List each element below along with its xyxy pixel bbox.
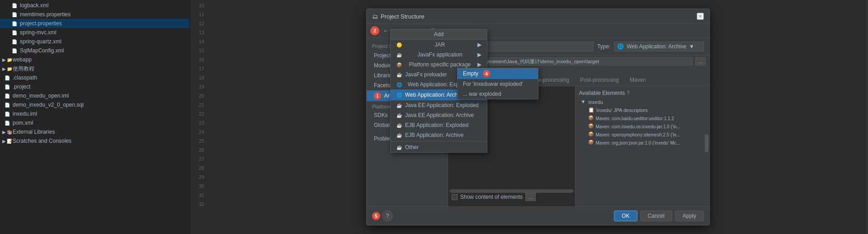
xml-icon: 📄 <box>11 2 18 9</box>
file-label: demo_inxedu_v2_0_open.sql <box>13 102 84 108</box>
list-item[interactable]: 📄 inxedu.iml <box>0 109 189 118</box>
menu-item-jar[interactable]: 🟡 JAR ▶ <box>391 40 487 50</box>
tree-node[interactable]: 📦 Maven: com.inxedu.os:inxedu-jar:1.0 ('… <box>579 122 706 131</box>
file-tree-content: 📄 logback.xml 📄 memtimes.properties 📄 pr… <box>0 0 189 234</box>
ok-button[interactable]: OK <box>614 211 637 221</box>
list-item[interactable]: 📄 .classpath <box>0 73 189 82</box>
xml-icon: 📄 <box>11 29 18 36</box>
file-label: spring-mvc.xml <box>20 29 57 36</box>
menu-item-javaee-archive[interactable]: ☕ Java EE Application: Archive <box>391 110 487 120</box>
menu-label: JavaFx preloader <box>405 71 447 78</box>
list-item[interactable]: 📄 logback.xml <box>0 1 189 10</box>
maven-icon: 📦 <box>588 115 594 122</box>
node-label: Maven: opensymphony:sitemesh:2.5 ('in... <box>596 132 680 137</box>
menu-item-ejb-exploded[interactable]: ☕ EJB Application: Exploded <box>391 120 487 130</box>
list-item[interactable]: 📄 demo_inxedu_open.iml <box>0 91 189 100</box>
dialog-titlebar: 🗂 Project Structure × <box>367 9 709 24</box>
tree-node[interactable]: 📦 Maven: opensymphony:sitemesh:2.5 ('in.… <box>579 131 706 139</box>
submenu-item-war-exploded[interactable]: ... war exploded <box>458 89 538 99</box>
list-item[interactable]: ▶ 📁 webapp <box>0 55 189 64</box>
list-item[interactable]: ▶ 📚 External Libraries <box>0 127 189 136</box>
help-button[interactable]: ? <box>382 211 393 221</box>
webapp-exploded-icon: 🌐 <box>396 81 402 88</box>
folder-icon: ▶ 📁 <box>4 65 11 72</box>
other-icon: ☕ <box>396 144 402 150</box>
menu-label: Other <box>405 144 419 150</box>
file-label: 使用教程 <box>13 65 34 73</box>
menu-item-ejb-archive[interactable]: ☕ EJB Application: Archive <box>391 130 487 140</box>
structure-icon: 🗂 <box>372 13 378 20</box>
props-icon: 📄 <box>11 20 18 27</box>
tab-postprocessing[interactable]: Post-processing <box>575 75 624 86</box>
help-icon: ? <box>627 90 630 96</box>
list-item[interactable]: 📄 SqlMapConfig.xml <box>0 46 189 55</box>
output-path-input[interactable] <box>458 57 693 66</box>
cancel-button[interactable]: Cancel <box>640 211 672 221</box>
tree-node[interactable]: 📦 Maven: com.baidu.ueditor:ueditor:1.1.2 <box>579 114 706 122</box>
menu-item-javaee-exploded[interactable]: ☕ Java EE Application: Exploded <box>391 100 487 110</box>
menu-label: Web Application: Archive <box>405 92 465 98</box>
xml-icon: 📄 <box>4 119 11 126</box>
project-structure-dialog: 🗂 Project Structure × 2 ← → + − ⎘ Projec… <box>366 9 710 225</box>
apply-button[interactable]: Apply <box>675 211 704 221</box>
list-item[interactable]: 📄 memtimes.properties <box>0 10 189 19</box>
list-item[interactable]: 📄 pom.xml <box>0 118 189 127</box>
list-item[interactable]: ▶ 📁 使用教程 <box>0 64 189 73</box>
file-label: External Libraries <box>13 129 55 135</box>
available-elements-panel: Available Elements ? ▼ inxedu 📋 'inxedu'… <box>575 86 710 206</box>
badge-5: 5 <box>372 212 380 220</box>
javafx-icon: ☕ <box>396 51 402 58</box>
tree-node[interactable]: 📋 'inxedu' JPA descriptors <box>579 106 706 114</box>
badge-2: 2 <box>370 26 379 35</box>
jpa-icon: 📋 <box>588 107 594 113</box>
inxeduwar-label: For 'inxeduwar exploded' <box>463 81 523 87</box>
submenu-item-empty[interactable]: Empty 4 <box>458 68 538 79</box>
file-label: logback.xml <box>20 2 48 9</box>
list-item[interactable]: 📄 .project <box>0 82 189 91</box>
maven-icon: 📦 <box>588 131 594 138</box>
dropdown-arrow: ▼ <box>689 43 694 50</box>
tree-node[interactable]: 📦 Maven: org.json:json.jar:1.0 ('inxedu'… <box>579 139 706 147</box>
available-header: Available Elements ? <box>579 90 706 96</box>
show-content-options-button[interactable]: ... <box>525 193 536 201</box>
file-label: project.properties <box>20 20 62 27</box>
back-button[interactable]: ← <box>381 26 391 36</box>
dialog-title-text: Project Structure <box>381 13 425 20</box>
list-item[interactable]: 📄 project.properties <box>0 19 189 28</box>
main-area: 🗂 Project Structure × 2 ← → + − ⎘ Projec… <box>208 0 868 234</box>
jar-icon: 🟡 <box>396 42 402 48</box>
file-label: inxedu.iml <box>13 111 37 117</box>
dialog-footer: 5 ? OK Cancel Apply <box>367 206 709 225</box>
list-item[interactable]: 📄 spring-mvc.xml <box>0 28 189 37</box>
props-icon: 📄 <box>11 11 18 18</box>
browse-button[interactable]: ... <box>695 57 706 66</box>
badge-4: 4 <box>483 70 490 77</box>
submenu-arrow: ▶ <box>477 42 481 48</box>
list-item[interactable]: 📄 spring-quartz.xml <box>0 37 189 46</box>
show-content-checkbox[interactable] <box>452 194 458 200</box>
ejb-exploded-icon: ☕ <box>396 122 402 128</box>
tab-maven[interactable]: Maven <box>624 75 651 86</box>
scratches-item[interactable]: ▶ 📝 Scratches and Consoles <box>0 136 189 145</box>
empty-label: Empty <box>463 70 478 77</box>
add-menu-header: Add <box>391 29 487 40</box>
right-edge-scrollbar <box>866 0 868 234</box>
type-dropdown[interactable]: 🌐 Web Application: Archive ▼ <box>614 42 704 51</box>
menu-label: EJB Application: Exploded <box>405 122 468 128</box>
webapp-archive-submenu: Empty 4 For 'inxeduwar exploded' ... war… <box>457 68 538 99</box>
tree-node[interactable]: ▼ inxedu <box>579 98 706 106</box>
javaee-archive-icon: ☕ <box>396 112 402 118</box>
submenu-item-for-inxeduwar[interactable]: For 'inxeduwar exploded' <box>458 79 538 89</box>
libraries-icon: ▶ 📚 <box>4 128 11 136</box>
submenu-arrow: ▶ <box>477 51 481 58</box>
menu-separator <box>391 141 487 141</box>
menu-label: JavaFx application <box>417 51 462 58</box>
close-button[interactable]: × <box>697 13 704 20</box>
menu-item-other[interactable]: ☕ Other <box>391 142 487 152</box>
menu-item-javafx[interactable]: ☕ JavaFx application ▶ <box>391 50 487 60</box>
node-label: Maven: org.json:json.jar:1.0 ('inxedu' M… <box>596 140 680 145</box>
list-item[interactable]: 📄 demo_inxedu_v2_0_open.sql <box>0 100 189 109</box>
right-scrollbar[interactable] <box>705 134 708 152</box>
line-numbers: 10 11 12 13 14 15 16 17 18 19 20 21 22 2… <box>190 0 208 234</box>
file-label: memtimes.properties <box>20 11 71 18</box>
